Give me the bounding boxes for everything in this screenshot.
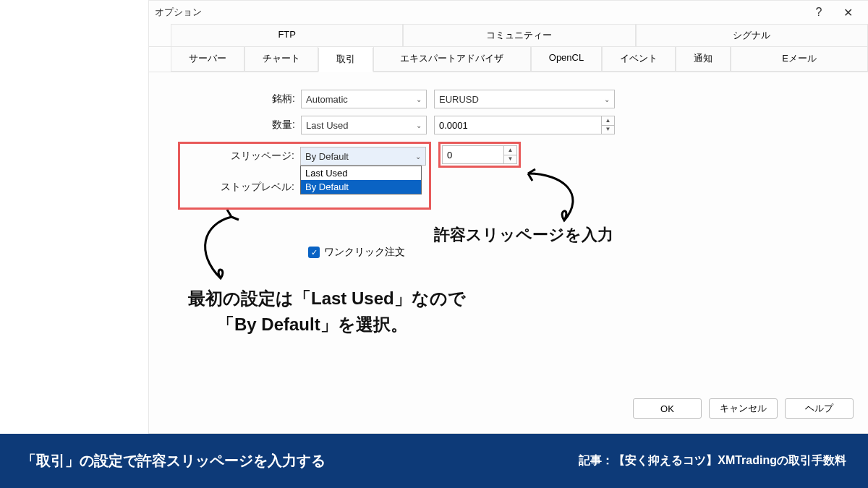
highlight-box-right: 0 ▲▼ — [438, 142, 521, 168]
row-oneclick: ✓ ワンクリック注文 — [308, 246, 839, 259]
tab-signal[interactable]: シグナル — [636, 24, 868, 46]
window-title: オプション — [155, 6, 202, 19]
footer-banner: 「取引」の設定で許容スリッページを入力する 記事：【安く抑えるコツ】XMTrad… — [0, 434, 868, 488]
label-stoplevel: ストップレベル: — [183, 181, 300, 194]
label-oneclick: ワンクリック注文 — [324, 246, 405, 259]
highlight-box-left: スリッページ: By Default ⌄ ストップレベル: Last Used … — [178, 142, 431, 210]
tab-event[interactable]: イベント — [602, 47, 676, 72]
chevron-down-icon: ⌄ — [415, 153, 421, 160]
spinner-volume[interactable]: ▲▼ — [602, 116, 615, 134]
footer-title: 「取引」の設定で許容スリッページを入力する — [22, 451, 579, 471]
tab-server[interactable]: サーバー — [171, 47, 244, 72]
dropdown-slippage-options[interactable]: Last Used By Default — [300, 166, 422, 194]
dialog-buttons: OK キャンセル ヘルプ — [633, 398, 854, 419]
row-slippage: スリッページ: By Default ⌄ ストップレベル: Last Used … — [178, 142, 839, 210]
label-symbol: 銘柄: — [178, 93, 301, 106]
tab-notify[interactable]: 通知 — [676, 47, 731, 72]
option-by-default[interactable]: By Default — [301, 180, 421, 194]
row-symbol: 銘柄: Automatic ⌄ EURUSD ⌄ — [178, 90, 839, 108]
cancel-button[interactable]: キャンセル — [709, 398, 778, 419]
chevron-down-icon: ⌄ — [416, 95, 422, 103]
ok-button[interactable]: OK — [633, 398, 702, 419]
row-volume: 数量: Last Used ⌄ 0.0001 ▲▼ — [178, 116, 839, 134]
field-volume-value[interactable]: 0.0001 — [434, 116, 602, 134]
tab-expert[interactable]: エキスパートアドバイザ — [373, 47, 531, 72]
label-volume: 数量: — [178, 119, 301, 132]
tab-trade[interactable]: 取引 — [318, 48, 373, 72]
titlebar: オプション ? ✕ — [149, 1, 868, 24]
label-slippage: スリッページ: — [183, 150, 300, 163]
combo-volume-mode[interactable]: Last Used ⌄ — [301, 116, 427, 134]
tabs-lower: サーバー チャート 取引 エキスパートアドバイザ OpenCL イベント 通知 … — [149, 47, 868, 72]
chevron-down-icon: ⌄ — [604, 95, 610, 103]
help-icon[interactable]: ? — [804, 6, 833, 19]
arrow-right — [521, 166, 608, 231]
combo-symbol-pair[interactable]: EURUSD ⌄ — [434, 90, 615, 108]
footer-article: 記事：【安く抑えるコツ】XMTradingの取引手数料 — [579, 453, 846, 468]
tabs-upper: FTP コミュニティー シグナル — [149, 24, 868, 47]
arrow-left — [188, 210, 253, 289]
checkbox-oneclick[interactable]: ✓ — [308, 247, 320, 258]
tab-opencl[interactable]: OpenCL — [531, 47, 602, 72]
combo-slippage-mode[interactable]: By Default ⌄ — [300, 147, 426, 166]
spinner-slippage[interactable]: ▲▼ — [504, 145, 517, 164]
close-icon[interactable]: ✕ — [833, 6, 862, 20]
field-slippage-value[interactable]: 0 — [442, 145, 504, 164]
tab-community[interactable]: コミュニティー — [403, 24, 635, 46]
options-dialog: オプション ? ✕ FTP コミュニティー シグナル サーバー チャート 取引 … — [148, 0, 868, 434]
tab-ftp[interactable]: FTP — [171, 24, 403, 46]
option-last-used[interactable]: Last Used — [301, 166, 421, 180]
annotation-left: 最初の設定は「Last Used」なので 「By Default」を選択。 — [188, 286, 466, 338]
tab-email[interactable]: Eメール — [731, 47, 868, 72]
help-button[interactable]: ヘルプ — [785, 398, 854, 419]
tab-chart[interactable]: チャート — [244, 47, 318, 72]
chevron-down-icon: ⌄ — [416, 121, 422, 129]
combo-symbol-mode[interactable]: Automatic ⌄ — [301, 90, 427, 108]
